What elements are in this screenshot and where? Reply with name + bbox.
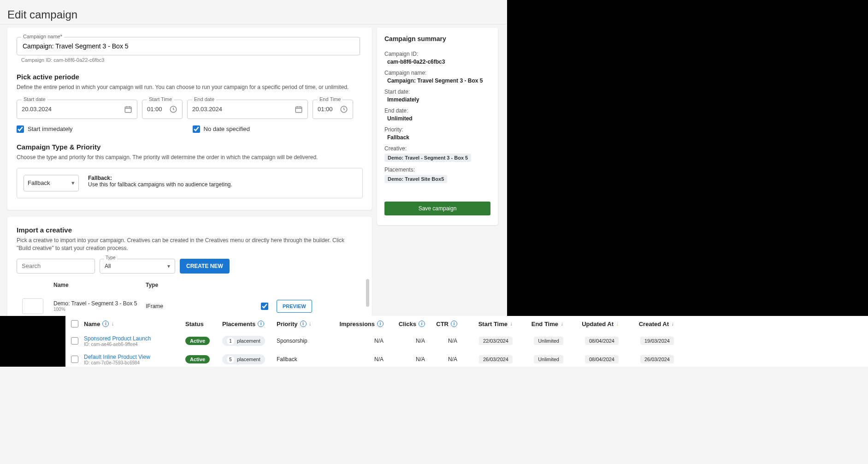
- priority-hint: Fallback: Use this for fallback campaign…: [88, 175, 232, 188]
- summary-creative-chip: Demo: Travel - Segment 3 - Box 5: [384, 154, 471, 162]
- creative-row-type: IFrame: [146, 303, 261, 309]
- end-time-field[interactable]: End Time: [313, 100, 353, 119]
- col-end-time[interactable]: End Time: [531, 321, 558, 327]
- start-immediately-checkbox[interactable]: Start immedately: [17, 125, 73, 133]
- ctr-value: N/A: [448, 338, 457, 344]
- col-placements[interactable]: Placements: [222, 321, 255, 327]
- import-creative-card: Import a creative Pick a creative to imp…: [7, 217, 372, 316]
- save-campaign-button[interactable]: Save campaign: [384, 202, 490, 215]
- type-heading: Campaign Type & Priority: [17, 143, 363, 151]
- col-priority[interactable]: Priority: [277, 321, 298, 327]
- creative-search-input[interactable]: [17, 259, 95, 274]
- placements-badge: 1placement: [222, 336, 265, 346]
- info-icon[interactable]: i: [258, 321, 264, 327]
- create-new-button[interactable]: CREATE NEW: [180, 259, 230, 274]
- svg-rect-2: [295, 107, 302, 113]
- col-created[interactable]: Created At: [639, 321, 669, 327]
- col-impressions[interactable]: Impressions: [339, 321, 375, 327]
- creative-thumbnail: [22, 298, 43, 314]
- campaign-id: ID: cam-ae46-aeb6-9ffee4: [84, 342, 185, 347]
- info-icon[interactable]: i: [102, 321, 109, 327]
- status-badge: Active: [185, 337, 210, 345]
- summary-end-label: End date:: [384, 107, 490, 114]
- checkbox-icon[interactable]: [193, 125, 200, 133]
- row-checkbox[interactable]: [71, 356, 78, 363]
- impressions-value: N/A: [374, 338, 384, 344]
- col-start-time[interactable]: Start Time: [478, 321, 508, 327]
- info-icon[interactable]: i: [451, 321, 457, 327]
- summary-priority-label: Priority:: [384, 126, 490, 133]
- page-title: Edit campaign: [7, 8, 77, 21]
- info-icon[interactable]: i: [300, 321, 307, 327]
- sort-icon[interactable]: ↓: [111, 321, 114, 327]
- creative-col-name: Name: [53, 282, 146, 288]
- updated-value: 08/04/2024: [585, 337, 619, 345]
- placements-badge: 5placement: [222, 354, 265, 364]
- start-time-value: 26/03/2024: [479, 355, 513, 363]
- creative-row-sub: 100%: [53, 307, 146, 312]
- priority-hint-body: Use this for fallback campaigns with no …: [88, 181, 232, 188]
- campaign-summary-card: Campaign summary Campaign ID:cam-b8f6-0a…: [377, 28, 498, 225]
- sort-icon[interactable]: ↓: [671, 321, 674, 327]
- campaigns-table-strip: Namei↓ Status Placementsi Priorityi↓ Imp…: [0, 316, 868, 367]
- campaign-id-helper: Campaign ID: cam-b8f6-0a22-c6fbc3: [21, 57, 363, 63]
- clicks-value: N/A: [416, 356, 425, 363]
- summary-placements-label: Placements:: [384, 167, 490, 173]
- end-time-label: End Time: [318, 96, 342, 102]
- priority-hint-title: Fallback:: [88, 175, 112, 181]
- summary-end-value: Unlimited: [387, 115, 490, 122]
- select-all-checkbox[interactable]: [71, 320, 78, 327]
- chevron-down-icon: ▾: [167, 263, 170, 269]
- col-ctr[interactable]: CTR: [436, 321, 449, 327]
- no-end-date-checkbox[interactable]: No date specified: [193, 125, 250, 133]
- info-icon[interactable]: i: [377, 321, 384, 327]
- creative-type-label: Type: [104, 255, 117, 260]
- col-clicks[interactable]: Clicks: [399, 321, 416, 327]
- preview-button[interactable]: PREVIEW: [277, 300, 312, 313]
- table-row: Sponsored Product Launch ID: cam-ae46-ae…: [65, 332, 685, 350]
- sort-icon[interactable]: ↓: [309, 321, 312, 327]
- start-date-field[interactable]: Start date: [17, 100, 137, 119]
- col-name[interactable]: Name: [84, 321, 100, 327]
- type-desc: Choose the type and priority for this ca…: [17, 154, 363, 161]
- campaign-name-input[interactable]: [17, 37, 360, 55]
- creative-row-checkbox[interactable]: [261, 303, 268, 310]
- clock-icon: [169, 105, 177, 113]
- end-time-input[interactable]: [318, 106, 340, 113]
- row-checkbox[interactable]: [71, 337, 78, 345]
- start-date-label: Start date: [22, 96, 47, 102]
- calendar-icon: [295, 105, 303, 113]
- col-updated[interactable]: Updated At: [582, 321, 614, 327]
- end-date-input[interactable]: [192, 106, 295, 113]
- start-time-input[interactable]: [147, 106, 169, 113]
- summary-name-label: Campaign name:: [384, 70, 490, 76]
- calendar-icon: [124, 105, 132, 113]
- status-badge: Active: [185, 355, 210, 363]
- creative-type-value: All: [105, 263, 111, 269]
- creative-row[interactable]: Demo: Travel - Segment 3 - Box 5 100% IF…: [17, 298, 363, 314]
- creative-type-select[interactable]: Type All ▾: [100, 259, 175, 274]
- no-end-date-label: No date specified: [204, 125, 250, 132]
- summary-start-label: Start date:: [384, 89, 490, 95]
- scrollbar[interactable]: [366, 279, 369, 307]
- divider: [0, 24, 506, 24]
- campaign-link[interactable]: Sponsored Product Launch: [84, 335, 185, 342]
- summary-creative-label: Creative:: [384, 145, 490, 152]
- checkbox-icon[interactable]: [17, 125, 24, 133]
- clock-icon: [340, 105, 348, 113]
- summary-id-value: cam-b8f6-0a22-c6fbc3: [387, 59, 490, 65]
- priority-value: Fallback: [28, 179, 50, 186]
- start-date-input[interactable]: [22, 106, 124, 113]
- priority-value: Fallback: [277, 356, 297, 363]
- summary-priority-value: Fallback: [387, 134, 490, 141]
- start-time-value: 22/03/2024: [479, 337, 513, 345]
- start-time-field[interactable]: Start Time: [142, 100, 183, 119]
- campaign-link[interactable]: Default Inline Product View: [84, 354, 185, 360]
- info-icon[interactable]: i: [419, 321, 425, 327]
- end-date-field[interactable]: End date: [187, 100, 308, 119]
- col-status[interactable]: Status: [185, 321, 204, 327]
- creative-row-name: Demo: Travel - Segment 3 - Box 5: [53, 300, 146, 307]
- period-heading: Pick active periode: [17, 73, 363, 81]
- created-value: 19/03/2024: [640, 337, 674, 345]
- priority-select[interactable]: Fallback ▾: [24, 175, 79, 191]
